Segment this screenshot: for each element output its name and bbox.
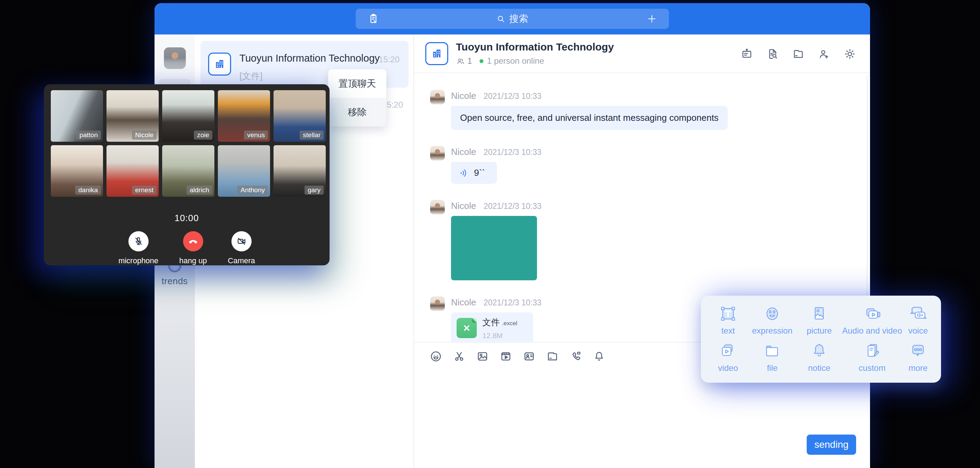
video-attach-icon bbox=[718, 341, 738, 361]
notice-bell-icon[interactable] bbox=[593, 350, 606, 363]
message-voice: Nicole 2021/12/3 10:33 9`` bbox=[430, 146, 870, 184]
video-clip-icon[interactable] bbox=[500, 350, 512, 363]
file-attachment[interactable]: 文件.excel 12.8M bbox=[451, 312, 533, 342]
hang-up-button[interactable] bbox=[183, 231, 203, 251]
video-tile: gary bbox=[274, 145, 326, 197]
text-tool-icon bbox=[718, 304, 738, 324]
video-call-overlay: patton Nicole zoie venus stellar danika … bbox=[44, 84, 329, 265]
image-attachment[interactable] bbox=[451, 216, 537, 280]
avatar[interactable] bbox=[430, 146, 445, 161]
message-time: 2021/12/3 10:33 bbox=[484, 148, 541, 157]
participant-name: ernest bbox=[132, 185, 157, 195]
hangup-phone-icon bbox=[188, 236, 199, 247]
voice-duration: 9`` bbox=[474, 168, 485, 178]
expression-icon bbox=[762, 304, 782, 324]
members-icon bbox=[456, 56, 465, 66]
attach-item-expression[interactable]: expression bbox=[746, 304, 798, 336]
participant-name: patton bbox=[76, 131, 101, 140]
contact-card-icon[interactable] bbox=[523, 350, 536, 363]
send-button[interactable]: sending bbox=[807, 434, 856, 455]
video-tile: venus bbox=[218, 90, 270, 142]
folder-icon[interactable] bbox=[546, 350, 559, 363]
picture-icon[interactable] bbox=[476, 350, 489, 363]
settings-gear-icon[interactable] bbox=[843, 48, 856, 60]
conversation-title: Tuoyun Information Technology bbox=[239, 53, 380, 64]
camera-off-icon bbox=[236, 236, 247, 247]
attach-item-picture[interactable]: picture bbox=[798, 304, 840, 336]
more-dots-icon bbox=[908, 341, 928, 361]
custom-doc-pen-icon bbox=[862, 341, 882, 361]
context-menu: 置顶聊天 移除 bbox=[328, 69, 386, 126]
search-input[interactable]: 搜索 bbox=[382, 13, 643, 25]
attach-item-more[interactable]: more bbox=[904, 341, 932, 373]
microphone-button[interactable] bbox=[129, 231, 149, 251]
file-name: 文件 bbox=[482, 317, 500, 327]
emoji-icon[interactable] bbox=[430, 350, 442, 363]
participant-name: Anthony bbox=[237, 185, 268, 195]
attach-item-voice[interactable]: voice bbox=[904, 304, 932, 336]
file-ext: .excel bbox=[502, 320, 517, 327]
sender-name: Nicole bbox=[451, 91, 476, 101]
avatar[interactable] bbox=[430, 296, 445, 311]
participant-name: venus bbox=[244, 131, 268, 140]
attach-item-video[interactable]: video bbox=[710, 341, 746, 373]
message-time: 2021/12/3 10:33 bbox=[484, 201, 541, 211]
video-tile: Nicole bbox=[107, 90, 159, 142]
participant-name: Nicole bbox=[132, 131, 157, 140]
search-bar[interactable]: 搜索 bbox=[356, 9, 669, 29]
voice-bubble[interactable]: 9`` bbox=[451, 162, 497, 184]
avatar[interactable] bbox=[430, 200, 445, 214]
microphone-label: microphone bbox=[118, 256, 158, 265]
menu-item-pin-chat[interactable]: 置顶聊天 bbox=[328, 69, 386, 98]
sender-name: Nicole bbox=[451, 201, 476, 211]
attach-panel: text expression picture bbox=[701, 295, 941, 383]
online-status: 1 person online bbox=[487, 56, 544, 66]
sender-name: Nicole bbox=[451, 147, 476, 157]
doc-search-icon[interactable] bbox=[766, 48, 779, 60]
attach-item-custom[interactable]: custom bbox=[840, 341, 904, 373]
organization-icon bbox=[208, 53, 231, 75]
avatar[interactable] bbox=[164, 47, 186, 69]
video-tile: Anthony bbox=[218, 145, 270, 197]
trends-label: trends bbox=[154, 276, 195, 287]
call-controls: microphone hang up Camera bbox=[51, 231, 323, 265]
video-tile: aldrich bbox=[162, 145, 215, 197]
call-camera-icon[interactable] bbox=[570, 350, 582, 363]
menu-item-remove[interactable]: 移除 bbox=[328, 98, 386, 126]
attach-item-file[interactable]: file bbox=[746, 341, 798, 373]
clipboard-call-icon[interactable] bbox=[368, 12, 382, 26]
avatar[interactable] bbox=[430, 90, 445, 104]
video-tile: stellar bbox=[274, 90, 326, 142]
screenshot-scissors-icon[interactable] bbox=[453, 350, 466, 363]
message-text: Nicole 2021/12/3 10:33 Open source, free… bbox=[430, 90, 870, 130]
desktop-background: 搜索 trends bbox=[0, 0, 980, 468]
add-member-icon[interactable] bbox=[818, 48, 830, 60]
member-count: 1 bbox=[468, 56, 472, 66]
search-icon bbox=[496, 14, 506, 24]
notice-bell-icon bbox=[810, 341, 829, 361]
conversation-last-message: [文件] bbox=[239, 70, 262, 82]
video-tiles: patton Nicole zoie venus stellar danika … bbox=[51, 90, 323, 197]
attach-item-notice[interactable]: notice bbox=[798, 341, 840, 373]
chat-header: Tuoyun Information Technology 1 1 person… bbox=[414, 35, 870, 73]
participant-name: aldrich bbox=[186, 185, 212, 195]
mic-off-icon bbox=[133, 236, 144, 247]
voice-wave-icon bbox=[459, 168, 469, 178]
attach-item-text[interactable]: text bbox=[710, 304, 746, 336]
voice-bubbles-icon bbox=[908, 304, 928, 324]
camera-button[interactable] bbox=[231, 231, 251, 251]
files-icon[interactable] bbox=[792, 48, 805, 60]
text-bubble: Open source, free, and universal instant… bbox=[451, 106, 728, 130]
message-time: 2021/12/3 10:33 bbox=[484, 91, 541, 101]
plus-icon[interactable] bbox=[643, 12, 657, 26]
announcement-icon[interactable] bbox=[741, 48, 753, 60]
participant-name: zoie bbox=[194, 131, 212, 140]
chat-main: Tuoyun Information Technology 1 1 person… bbox=[414, 35, 870, 468]
video-tile: patton bbox=[51, 90, 103, 142]
attach-item-audio-video[interactable]: Audio and video bbox=[840, 304, 904, 336]
organization-icon bbox=[425, 42, 448, 65]
message-input[interactable]: sending bbox=[414, 370, 870, 468]
sender-name: Nicole bbox=[451, 297, 476, 307]
hang-up-label: hang up bbox=[179, 256, 207, 265]
video-tile: danika bbox=[51, 145, 103, 197]
